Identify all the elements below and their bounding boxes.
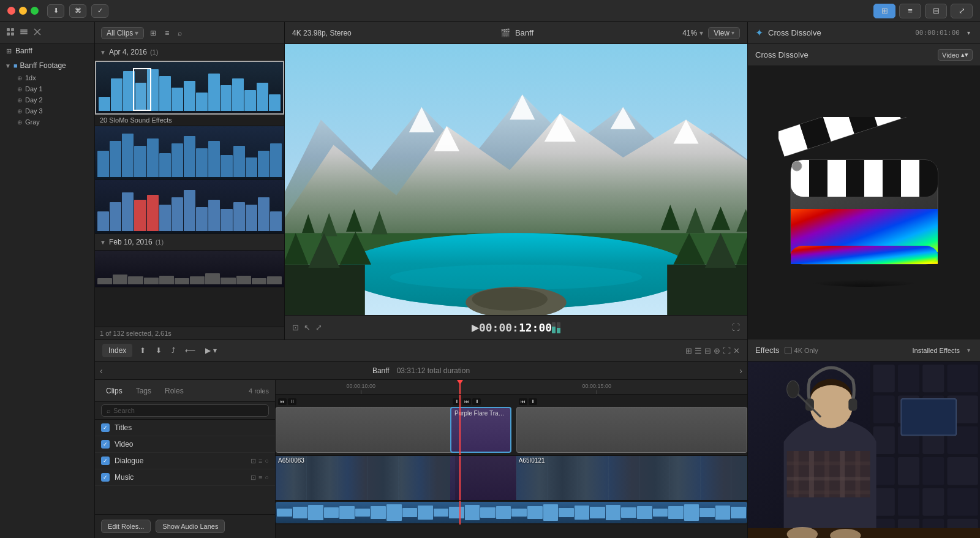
timeline-play-btn[interactable]: ▶ ▾	[203, 345, 219, 356]
tab-index[interactable]: Index	[102, 344, 132, 357]
expand-button[interactable]: ⤢	[951, 4, 973, 18]
arrow-down-icon: ▼	[5, 63, 11, 69]
effects-4k-checkbox[interactable]	[785, 347, 792, 354]
role-checkbox-titles[interactable]: ✓	[101, 423, 110, 432]
clip1-pause[interactable]: ⏸	[288, 398, 296, 405]
dialogue-icon-1[interactable]: ⊡	[251, 457, 256, 465]
key-button[interactable]: ⌘	[69, 4, 86, 18]
audio-clip-1[interactable]	[276, 502, 747, 523]
dialogue-icon-3[interactable]: ○	[265, 457, 269, 465]
all-clips-button[interactable]: All Clips ▾	[101, 27, 144, 39]
lib-child-day1[interactable]: ⊕ Day 1	[0, 83, 94, 94]
tab-clips[interactable]: Clips	[101, 385, 127, 396]
timeline-zoom-btn[interactable]: ⊟	[704, 346, 711, 355]
close-button[interactable]	[7, 7, 15, 15]
svg-rect-5	[20, 31, 28, 32]
fit-button[interactable]: ⊡	[292, 323, 299, 332]
view-button[interactable]: View ▾	[708, 27, 740, 39]
video-frames-track: A65I0083 A65I0121	[276, 456, 747, 500]
maximize-button[interactable]	[31, 7, 39, 15]
timecode-bold: 12:00	[519, 321, 552, 334]
timeline-close-btn[interactable]: ✕	[733, 346, 740, 355]
play-button[interactable]: ▶	[472, 322, 479, 333]
clip2-skip-back[interactable]: ⏮	[519, 398, 527, 405]
inspector-arrow-btn[interactable]: ▾	[965, 28, 973, 37]
sliders-button[interactable]: ⊟	[925, 4, 947, 18]
timeline-clip-2[interactable]	[516, 407, 747, 453]
list-view-button[interactable]: ≡	[899, 4, 921, 18]
sidebar-icon-2[interactable]	[20, 28, 28, 38]
browser-list-btn[interactable]: ≡	[162, 28, 172, 39]
date-header-apr[interactable]: ▼ Apr 4, 2016 (1)	[95, 44, 284, 61]
audio-meter-btn[interactable]: ⊞	[685, 346, 692, 355]
lib-child-day3[interactable]: ⊕ Day 3	[0, 105, 94, 116]
date-group-apr: ▼ Apr 4, 2016 (1)	[95, 44, 284, 234]
music-icon-3[interactable]: ○	[265, 474, 269, 482]
tool-select-button[interactable]: ↖	[304, 323, 311, 332]
date-label-apr: Apr 4, 2016	[109, 48, 147, 56]
minimize-button[interactable]	[19, 7, 27, 15]
svg-rect-1	[11, 28, 14, 31]
library-root[interactable]: ⊞ Banff	[0, 44, 94, 58]
browser-search-btn[interactable]: ⌕	[175, 28, 184, 39]
edit-roles-button[interactable]: Edit Roles...	[101, 520, 151, 533]
browser-status-text: 1 of 132 selected, 2.61s	[100, 330, 172, 337]
sidebar-icon-1[interactable]	[6, 28, 15, 38]
role-label-dialogue: Dialogue	[115, 457, 246, 465]
role-checkbox-dialogue[interactable]: ✓	[101, 457, 110, 465]
trans-skip-back[interactable]: ⏮	[462, 398, 471, 405]
clip-appearance-btn[interactable]: ☰	[695, 346, 702, 355]
timeline-share-btn[interactable]: ⟵	[183, 345, 198, 356]
role-checkbox-music[interactable]: ✓	[101, 473, 110, 482]
timeline-load-btn[interactable]: ⬇	[153, 345, 164, 356]
tab-roles[interactable]: Roles	[160, 385, 189, 396]
clip-thumb-1[interactable]	[95, 61, 284, 115]
timeline-clip-1[interactable]	[276, 407, 455, 453]
clip-thumb-4[interactable]	[95, 251, 284, 287]
check-button[interactable]: ✓	[91, 4, 108, 18]
timeline-save-btn[interactable]: ⬆	[137, 345, 148, 356]
download-button[interactable]: ⬇	[47, 4, 64, 18]
video-clip-2[interactable]: A65I0121	[516, 456, 747, 500]
video-clip-1[interactable]: A65I0083	[276, 456, 455, 500]
role-checkbox-video[interactable]: ✓	[101, 440, 110, 449]
timeline-nav-prev[interactable]: ‹	[95, 366, 108, 376]
music-icon-2[interactable]: ≡	[258, 474, 262, 482]
lib-child-day2[interactable]: ⊕ Day 2	[0, 94, 94, 105]
timeline-export-btn[interactable]: ⤴	[169, 345, 178, 356]
tab-tags[interactable]: Tags	[131, 385, 156, 396]
effects-chevron-btn[interactable]: ▾	[965, 346, 973, 355]
zoom-level: 41%	[682, 29, 697, 37]
playhead[interactable]	[459, 380, 461, 394]
browser-grid-btn[interactable]: ⊞	[148, 28, 159, 39]
svg-rect-46	[827, 160, 846, 197]
timeline-audio-btn[interactable]: ⊕	[714, 346, 720, 355]
zoom-control[interactable]: 41% ▾	[682, 29, 703, 37]
sidebar-icon-3[interactable]	[33, 28, 42, 38]
timeline-nav-next[interactable]: ›	[734, 366, 747, 376]
expand-icon: ⤢	[959, 6, 965, 15]
lib-child-1dx[interactable]: ⊕ 1dx	[0, 72, 94, 83]
fullscreen-button[interactable]: ⛶	[732, 323, 740, 332]
inspector-type-select[interactable]: Video ▴▾	[938, 49, 973, 61]
grid-view-button[interactable]: ⊞	[873, 4, 895, 18]
dialogue-icon-2[interactable]: ≡	[258, 457, 262, 465]
clip-thumb-3[interactable]	[95, 180, 284, 234]
show-audio-lanes-button[interactable]: Show Audio Lanes	[156, 520, 225, 533]
search-input-wrapper[interactable]: ⌕ Search	[101, 404, 269, 417]
date-count-feb: (1)	[156, 238, 164, 246]
timeline-fullscreen-btn[interactable]: ⛶	[723, 346, 731, 355]
date-header-feb[interactable]: ▼ Feb 10, 2016 (1)	[95, 234, 284, 251]
lib-child-gray[interactable]: ⊕ Gray	[0, 116, 94, 127]
music-icon-1[interactable]: ⊡	[251, 474, 256, 482]
clip1-skip-back[interactable]: ⏮	[278, 398, 287, 405]
inspector-sub: Cross Dissolve Video ▴▾	[748, 44, 980, 66]
transform-button[interactable]: ⤢	[315, 323, 322, 332]
music-role-icons: ⊡ ≡ ○	[251, 474, 269, 482]
clip2-pause[interactable]: ⏸	[529, 398, 537, 405]
primary-track: ⏮ ⏸ ⏸ ⏮ ⏸	[276, 395, 747, 456]
banff-footage-header[interactable]: ▼ ■ Banff Footage	[0, 59, 94, 72]
dialogue-role-icons: ⊡ ≡ ○	[251, 457, 269, 465]
trans-pause2[interactable]: ⏸	[472, 398, 481, 405]
clip-thumb-2[interactable]	[95, 126, 284, 180]
